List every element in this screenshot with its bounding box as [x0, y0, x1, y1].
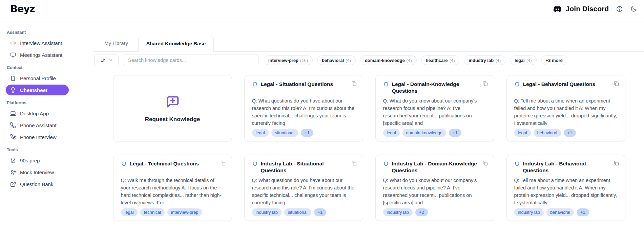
- card-legal-technical-questions[interactable]: Legal - Technical QuestionsQ: Walk me th…: [113, 155, 232, 221]
- filter-industry-lab[interactable]: industry lab(4): [464, 55, 505, 65]
- dark-mode-toggle-icon[interactable]: [630, 5, 637, 13]
- filter-count: (4): [407, 58, 412, 63]
- toolbar: interview-prep(16)behavioral(4)domain-kn…: [94, 54, 644, 66]
- card-tags: legaltechnicalinterview-prep: [121, 205, 224, 216]
- copy-icon: [482, 160, 488, 166]
- sidebar-item-question-bank[interactable]: Question Bank: [6, 179, 69, 189]
- card-preview: Q: What do you know about our company's …: [383, 97, 486, 126]
- sidebar-item-label: Desktop App: [20, 111, 49, 116]
- card-header: Legal - Technical Questions: [121, 160, 224, 174]
- card-industry-lab-behavioral-questions[interactable]: Industry Lab - Behavioral QuestionsQ: Te…: [506, 155, 625, 221]
- sidebar-item-90s-prep[interactable]: 90s prep: [6, 155, 69, 166]
- card-legal-domain-knowledge-questions[interactable]: Legal - Domain-Knowledge QuestionsQ: Wha…: [375, 75, 494, 141]
- copy-button[interactable]: [350, 80, 358, 87]
- card-preview: Q: What do you know about our company's …: [383, 177, 486, 205]
- copy-icon: [613, 160, 619, 166]
- copy-icon: [351, 81, 357, 87]
- sidebar-item-personal-profile[interactable]: Personal Profile: [6, 73, 69, 84]
- card-tag: situational: [271, 129, 298, 137]
- app-header: Beyz Join Discord: [0, 0, 644, 18]
- sidebar-item-phone-assistant[interactable]: Phone Assistant: [6, 120, 69, 131]
- copy-icon: [613, 81, 619, 87]
- presentation-icon: [10, 52, 16, 58]
- filter-legal[interactable]: legal(4): [510, 55, 537, 65]
- tab-shared-knowledge-base[interactable]: Shared Knowledge Base: [138, 35, 214, 52]
- filter-3-more[interactable]: +3 more: [541, 55, 567, 65]
- copy-icon: [482, 81, 488, 87]
- card-industry-lab-situational-questions[interactable]: Industry Lab - Situational QuestionsQ: W…: [244, 155, 363, 221]
- card-tag: behavioral: [534, 129, 561, 137]
- sidebar-item-mock-interview[interactable]: Mock Interview: [6, 167, 69, 178]
- filter-label: domain-knowledge: [365, 58, 405, 63]
- card-tag: legal: [121, 208, 138, 216]
- filter-count: (4): [450, 58, 455, 63]
- sidebar-item-label: Phone Interview: [20, 134, 57, 140]
- card-tag: +1: [564, 129, 576, 137]
- sidebar-item-desktop-app[interactable]: Desktop App: [6, 108, 69, 119]
- card-tag: behavioral: [546, 208, 574, 216]
- copy-button[interactable]: [612, 80, 620, 87]
- card-title: Industry Lab - Situational Questions: [261, 160, 347, 174]
- card-preview: Q: Tell me about a time when an experime…: [514, 97, 618, 126]
- app-logo: Beyz: [10, 3, 35, 15]
- search-input[interactable]: [123, 54, 258, 66]
- card-title: Legal - Technical Questions: [130, 160, 199, 167]
- card-industry-lab-domain-knowledge-questions[interactable]: Industry Lab - Domain-Knowledge Question…: [375, 155, 494, 221]
- card-tag: +1: [301, 129, 313, 137]
- card-tag: industry lab: [252, 208, 282, 216]
- sidebar-item-phone-interview[interactable]: Phone Interview: [6, 132, 69, 142]
- card-preview: Q: What questions do you have about our …: [252, 97, 355, 126]
- filter-label: interview-prep: [268, 58, 298, 63]
- shield-icon: [383, 161, 389, 167]
- sidebar-item-label: 90s prep: [20, 158, 40, 163]
- request-knowledge-card[interactable]: Request Knowledge: [113, 75, 232, 141]
- copy-icon: [220, 160, 226, 166]
- shield-icon: [514, 161, 520, 167]
- phone-icon: [10, 122, 16, 129]
- sort-button[interactable]: [94, 54, 119, 66]
- filter-domain-knowledge[interactable]: domain-knowledge(4): [360, 55, 417, 65]
- chevron-down-icon: [108, 58, 113, 63]
- filter-behavioral[interactable]: behavioral(4): [317, 55, 356, 65]
- copy-button[interactable]: [350, 159, 358, 167]
- copy-button[interactable]: [219, 159, 227, 167]
- card-legal-behavioral-questions[interactable]: Legal - Behavioral QuestionsQ: Tell me a…: [506, 75, 625, 141]
- card-header: Legal - Situational Questions: [252, 81, 355, 95]
- card-tag: +1: [314, 208, 327, 216]
- card-tags: legaldomain-knowledge+1: [383, 126, 486, 137]
- card-tag: legal: [514, 129, 531, 137]
- copy-button[interactable]: [481, 80, 489, 87]
- help-icon[interactable]: [616, 5, 623, 13]
- discord-icon: [553, 4, 562, 14]
- sidebar-section-label: Assistant: [7, 30, 91, 35]
- sidebar-section-label: Context: [7, 65, 91, 70]
- card-header: Legal - Domain-Knowledge Questions: [383, 81, 486, 95]
- card-header: Industry Lab - Situational Questions: [252, 160, 355, 174]
- copy-button[interactable]: [481, 159, 489, 167]
- sidebar-item-cheatsheet[interactable]: Cheatsheet: [6, 85, 69, 95]
- filter-interview-prep[interactable]: interview-prep(16): [264, 55, 313, 65]
- lightbulb-icon: [10, 87, 16, 93]
- copy-button[interactable]: [612, 159, 620, 167]
- sidebar-nav: AssistantInterview AssistantMeetings Ass…: [6, 30, 91, 189]
- header-actions: Join Discord: [553, 4, 637, 14]
- filter-count: (4): [526, 58, 532, 63]
- filter-count: (4): [346, 58, 351, 63]
- card-tag: +2: [415, 208, 428, 216]
- card-tags: industry labbehavioral+1: [514, 205, 618, 216]
- laptop-icon: [10, 110, 16, 117]
- sidebar-item-interview-assistant[interactable]: Interview Assistant: [6, 38, 69, 48]
- sidebar-item-meetings-assistant[interactable]: Meetings Assistant: [6, 49, 69, 60]
- card-preview: Q: What questions do you have about our …: [252, 177, 355, 205]
- sidebar-item-label: Phone Assistant: [20, 122, 57, 128]
- join-discord-label: Join Discord: [566, 5, 609, 13]
- join-discord-button[interactable]: Join Discord: [553, 4, 609, 14]
- sort-icon: [100, 58, 106, 63]
- card-legal-situational-questions[interactable]: Legal - Situational QuestionsQ: What que…: [244, 75, 363, 141]
- filter-healthcare[interactable]: healthcare(4): [421, 55, 460, 65]
- tab-bar: My LibraryShared Knowledge Base: [94, 35, 644, 52]
- card-header: Legal - Behavioral Questions: [514, 81, 618, 95]
- tab-my-library[interactable]: My Library: [94, 35, 138, 51]
- filter-count: (4): [495, 58, 501, 63]
- shield-icon: [121, 161, 127, 167]
